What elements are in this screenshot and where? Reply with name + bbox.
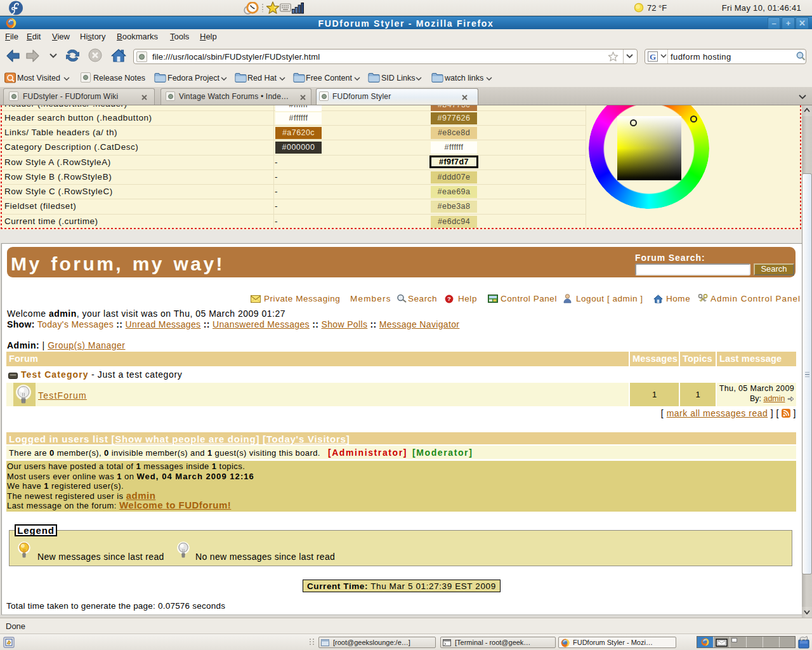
svg-text:?: ? — [447, 295, 451, 302]
